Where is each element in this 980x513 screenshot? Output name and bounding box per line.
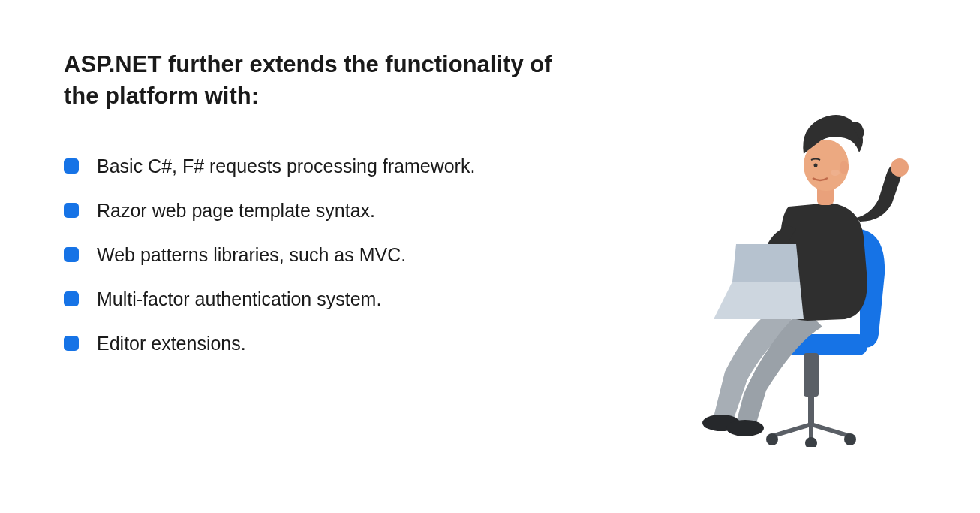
list-item: Multi-factor authentication system. — [64, 288, 570, 310]
list-item-text: Basic C#, F# requests processing framewo… — [97, 155, 475, 177]
bullet-icon — [64, 336, 79, 351]
list-item-text: Razor web page template syntax. — [97, 200, 375, 222]
list-item: Web patterns libraries, such as MVC. — [64, 244, 570, 266]
bullet-icon — [64, 158, 79, 174]
svg-point-17 — [831, 170, 840, 176]
content-block: ASP.NET further extends the functionalit… — [0, 0, 570, 355]
svg-point-5 — [805, 437, 817, 447]
list-item-text: Web patterns libraries, such as MVC. — [97, 244, 406, 266]
list-item: Basic C#, F# requests processing framewo… — [64, 155, 570, 177]
list-item: Razor web page template syntax. — [64, 200, 570, 222]
list-item-text: Editor extensions. — [97, 333, 246, 355]
bullet-icon — [64, 247, 79, 262]
page-heading: ASP.NET further extends the functionalit… — [64, 49, 570, 112]
svg-rect-8 — [804, 353, 819, 397]
bullet-icon — [64, 291, 79, 306]
bullet-icon — [64, 203, 79, 218]
svg-point-6 — [844, 433, 856, 445]
svg-point-16 — [814, 164, 818, 167]
svg-point-15 — [840, 161, 849, 174]
list-item: Editor extensions. — [64, 333, 570, 355]
svg-point-10 — [726, 420, 764, 436]
feature-list: Basic C#, F# requests processing framewo… — [64, 155, 570, 355]
svg-line-1 — [774, 424, 811, 436]
list-item-text: Multi-factor authentication system. — [97, 288, 381, 310]
svg-line-3 — [811, 424, 849, 436]
svg-point-11 — [891, 158, 909, 177]
svg-point-4 — [766, 433, 778, 445]
person-illustration — [691, 94, 939, 447]
